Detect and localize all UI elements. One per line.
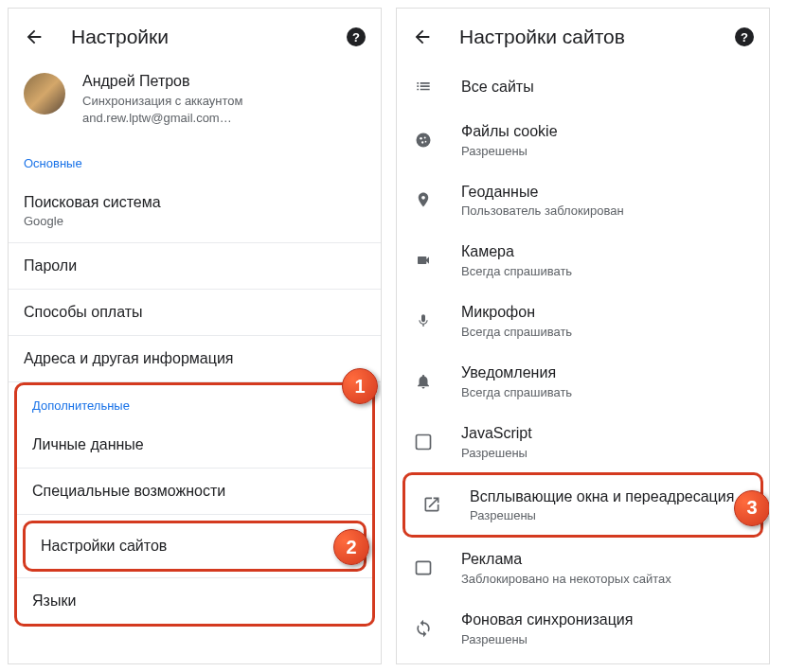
header: Настройки сайтов ? — [397, 9, 769, 65]
section-advanced-label: Дополнительные — [17, 385, 372, 422]
search-engine-row[interactable]: Поисковая система Google — [9, 180, 381, 243]
section-main-label: Основные — [9, 143, 381, 180]
bgsync-row[interactable]: Фоновая синхронизацияРазрешены — [397, 598, 769, 659]
addresses-row[interactable]: Адреса и другая информация — [9, 336, 381, 382]
account-row[interactable]: Андрей Петров Синхронизация с аккаунтом … — [9, 65, 381, 143]
header: Настройки ? — [9, 9, 381, 65]
passwords-row[interactable]: Пароли — [9, 243, 381, 290]
account-sync-label: Синхронизация с аккаунтом — [82, 93, 243, 110]
autodownload-row[interactable]: Автоматическое скачивание — [397, 659, 769, 664]
back-icon[interactable] — [412, 27, 433, 47]
javascript-row[interactable]: JavaScriptРазрешены — [397, 412, 769, 472]
page-title: Настройки — [71, 26, 347, 48]
account-name: Андрей Петров — [82, 73, 243, 90]
annotation-badge-2: 2 — [333, 529, 369, 565]
highlight-site-settings: 2 Настройки сайтов — [23, 521, 367, 572]
highlight-popups: 3 Всплывающие окна и переадресацияРазреш… — [402, 472, 763, 539]
back-icon[interactable] — [24, 27, 45, 47]
avatar — [24, 73, 65, 115]
cookies-row[interactable]: Файлы cookieРазрешены — [397, 110, 769, 170]
page-title: Настройки сайтов — [459, 26, 735, 48]
popups-row[interactable]: Всплывающие окна и переадресацияРазрешен… — [405, 475, 760, 536]
svg-point-2 — [424, 136, 426, 138]
ads-row[interactable]: РекламаЗаблокировано на некоторых сайтах — [397, 538, 769, 598]
launch-icon — [420, 495, 443, 514]
notifications-row[interactable]: УведомленияВсегда спрашивать — [397, 351, 769, 412]
microphone-row[interactable]: МикрофонВсегда спрашивать — [397, 291, 769, 351]
svg-point-1 — [420, 137, 422, 140]
svg-rect-6 — [417, 562, 431, 575]
settings-screen: Настройки ? Андрей Петров Синхронизация … — [8, 8, 382, 664]
location-row[interactable]: ГеоданныеПользователь заблокирован — [397, 170, 769, 231]
svg-rect-5 — [417, 434, 431, 449]
languages-row[interactable]: Языки — [17, 578, 372, 624]
ads-icon — [412, 558, 435, 577]
location-icon — [412, 189, 435, 210]
camera-icon — [412, 253, 435, 268]
bell-icon — [412, 371, 435, 392]
site-settings-screen: Настройки сайтов ? Все сайты Файлы cooki… — [396, 8, 770, 664]
microphone-icon — [412, 310, 435, 331]
cookie-icon — [412, 131, 435, 150]
payment-row[interactable]: Способы оплаты — [9, 290, 381, 336]
account-email: and.rew.lptw@gmail.com… — [82, 110, 243, 127]
highlight-group-1: 1 Дополнительные Личные данные Специальн… — [14, 382, 375, 627]
annotation-badge-1: 1 — [342, 368, 378, 404]
svg-point-0 — [417, 133, 431, 147]
javascript-icon — [412, 433, 435, 451]
list-icon — [412, 78, 435, 97]
sync-icon — [412, 619, 435, 638]
site-settings-row[interactable]: Настройки сайтов — [26, 523, 364, 569]
accessibility-row[interactable]: Специальные возможности — [17, 469, 372, 515]
svg-point-4 — [425, 141, 427, 143]
svg-point-3 — [421, 141, 423, 143]
annotation-badge-3: 3 — [734, 490, 770, 526]
camera-row[interactable]: КамераВсегда спрашивать — [397, 230, 769, 291]
personal-data-row[interactable]: Личные данные — [17, 422, 372, 469]
help-icon[interactable]: ? — [735, 27, 754, 46]
all-sites-row[interactable]: Все сайты — [397, 65, 769, 110]
help-icon[interactable]: ? — [347, 27, 366, 46]
